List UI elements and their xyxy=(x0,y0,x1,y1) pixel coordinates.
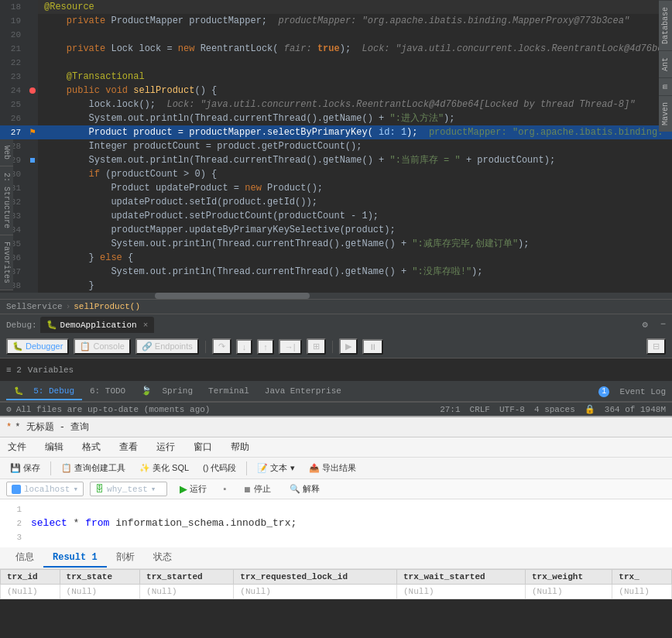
connection-icon xyxy=(12,485,21,494)
table-row: 21 private Lock lock = new ReentrantLock… xyxy=(0,42,672,56)
tab-terminal-label: Terminal xyxy=(208,386,249,396)
save-button[interactable]: 💾 保存 xyxy=(5,460,46,476)
debug-pause[interactable]: ⏸ xyxy=(362,339,383,355)
tab-terminal[interactable]: Terminal xyxy=(201,383,257,400)
tab-profile[interactable]: 剖析 xyxy=(107,547,144,568)
connection-selector[interactable]: localhost ▾ xyxy=(6,482,84,496)
tab-todo[interactable]: 6: TODO xyxy=(82,383,133,400)
text-button[interactable]: 📝 文本 ▾ xyxy=(252,460,300,476)
console-tab-button[interactable]: 📋 Console xyxy=(74,338,130,355)
database-value: why_test xyxy=(107,485,148,494)
code-snippet-button[interactable]: () 代码段 xyxy=(197,460,242,476)
side-tab-web[interactable]: Web xyxy=(0,139,13,166)
tab-profile-label: 剖析 xyxy=(116,552,135,563)
table-row: 38 } xyxy=(0,279,672,293)
table-row: 34 productMapper.updateByPrimaryKeySelec… xyxy=(0,223,672,237)
menu-view[interactable]: 查看 xyxy=(116,439,141,455)
save-label: 保存 xyxy=(23,462,40,474)
sql-menu-bar: 文件 编辑 格式 查看 运行 窗口 帮助 xyxy=(0,437,672,458)
settings-icon[interactable]: ⚙ xyxy=(643,319,648,331)
bottom-tabs-bar: 🐛 5: Debug 6: TODO 🍃 Spring Terminal Jav… xyxy=(0,382,672,402)
menu-window[interactable]: 窗口 xyxy=(190,439,215,455)
code-scrollbar-thumb[interactable] xyxy=(155,293,310,299)
table-row: 18 @Resource xyxy=(0,0,672,14)
cell-trx-state: (Null) xyxy=(60,585,139,599)
tab-java-enterprise-label: Java Enterprise xyxy=(265,386,341,396)
debug-step-into[interactable]: ↓ xyxy=(236,339,253,355)
table-row: 32 updateProduct.setId(product.getId()); xyxy=(0,195,672,209)
explain-button[interactable]: 🔍 解释 xyxy=(283,482,326,496)
query-builder-icon: 📋 xyxy=(61,463,72,473)
left-side-tabs: Web 2: Structure Favorites xyxy=(0,139,13,290)
files-status: All files are up-to-date (moments ago) xyxy=(16,405,211,414)
stop-label: 停止 xyxy=(254,483,271,495)
beautify-icon: ✨ xyxy=(139,463,150,473)
sql-title-asterisk: * xyxy=(6,422,12,433)
menu-file[interactable]: 文件 xyxy=(5,439,29,455)
minimize-icon[interactable]: − xyxy=(660,319,666,331)
debug-step-over[interactable]: ↷ xyxy=(212,338,231,355)
debugger-tab-button[interactable]: 🐛 Debugger xyxy=(6,338,69,355)
debug-tab-close[interactable]: × xyxy=(143,321,149,330)
debug-run-to-cursor[interactable]: →| xyxy=(279,339,302,355)
table-row: 33 updateProduct.setProductCount(product… xyxy=(0,209,672,223)
table-row: (Null) (Null) (Null) (Null) (Null) (Null… xyxy=(1,585,672,599)
stop-button[interactable]: ⏹ 停止 xyxy=(237,482,277,496)
cell-trx-started: (Null) xyxy=(140,585,234,599)
table-row: 28 Integer productCount = product.getPro… xyxy=(0,139,672,153)
tab-spring[interactable]: 🍃 Spring xyxy=(133,382,201,400)
tab-debug[interactable]: 🐛 5: Debug xyxy=(6,383,82,400)
cursor-position: 27:1 xyxy=(440,405,460,414)
text-label: 文本 ▾ xyxy=(270,462,294,474)
query-builder-label: 查询创建工具 xyxy=(74,462,125,474)
col-trx-started: trx_started xyxy=(140,570,234,585)
side-tab-database[interactable]: Database xyxy=(659,0,672,50)
debug-evaluate[interactable]: ⊞ xyxy=(307,338,326,355)
side-tab-structure[interactable]: 2: Structure xyxy=(0,166,13,235)
run-icon: ▶ xyxy=(180,483,187,495)
side-tab-maven-m[interactable]: m xyxy=(659,77,672,95)
col-trx-extra: trx_ xyxy=(612,570,672,585)
tab-todo-label: 6: TODO xyxy=(90,386,125,396)
export-button[interactable]: 📤 导出结果 xyxy=(303,460,362,476)
beautify-sql-button[interactable]: ✨ 美化 SQL xyxy=(134,460,194,476)
database-selector[interactable]: 🗄 why_test ▾ xyxy=(90,482,167,496)
encoding: UTF-8 xyxy=(499,405,525,414)
debug-resume[interactable]: ▶ xyxy=(339,338,358,355)
query-builder-button[interactable]: 📋 查询创建工具 xyxy=(56,460,131,476)
debug-step-out[interactable]: ↑ xyxy=(257,339,274,355)
menu-edit[interactable]: 编辑 xyxy=(42,439,67,455)
breakpoint-dot[interactable] xyxy=(29,87,36,94)
code-scrollbar[interactable] xyxy=(0,293,672,299)
tab-java-enterprise[interactable]: Java Enterprise xyxy=(257,383,349,400)
breadcrumb-class: SellService xyxy=(6,302,63,311)
endpoints-tab-button[interactable]: 🔗 Endpoints xyxy=(135,338,199,355)
sql-editor[interactable]: 1 2 select * from information_schema.inn… xyxy=(0,499,672,547)
status-right: 27:1 CRLF UTF-8 4 spaces 🔒 364 of 1948M xyxy=(440,404,666,414)
run-button[interactable]: ▶ 运行 xyxy=(173,482,213,496)
side-tab-ant[interactable]: Ant xyxy=(659,50,672,77)
table-row: 37 System.out.println(Thread.currentThre… xyxy=(0,265,672,279)
export-icon: 📤 xyxy=(309,463,320,473)
db-chevron-icon: ▾ xyxy=(151,484,156,494)
tab-info[interactable]: 信息 xyxy=(6,547,43,568)
table-row: 22 xyxy=(0,56,672,70)
debug-app-tab[interactable]: 🐛 DemoApplication × xyxy=(40,317,155,333)
variables-label: ≡ 2 xyxy=(6,365,22,375)
side-tab-maven[interactable]: Maven xyxy=(659,95,672,132)
debug-layout[interactable]: ⊟ xyxy=(646,338,666,355)
variables-text: Variables xyxy=(28,365,74,375)
tab-status[interactable]: 状态 xyxy=(144,547,181,568)
breadcrumb: SellService › sellProduct() xyxy=(0,299,672,314)
menu-help[interactable]: 帮助 xyxy=(228,439,252,455)
table-row: 29 System.out.println(Thread.currentThre… xyxy=(0,153,672,167)
side-tab-favorites[interactable]: Favorites xyxy=(0,235,13,290)
cell-trx-extra: (Null) xyxy=(612,585,672,599)
table-row: 25 lock.lock(); Lock: "java.util.concurr… xyxy=(0,98,672,111)
menu-format[interactable]: 格式 xyxy=(79,439,104,455)
menu-run[interactable]: 运行 xyxy=(153,439,178,455)
col-trx-state: trx_state xyxy=(60,570,139,585)
event-log-tab[interactable]: 1 Event Log xyxy=(598,386,666,397)
tab-result-1[interactable]: Result 1 xyxy=(43,549,107,568)
stop-icon: ⏹ xyxy=(243,485,252,494)
